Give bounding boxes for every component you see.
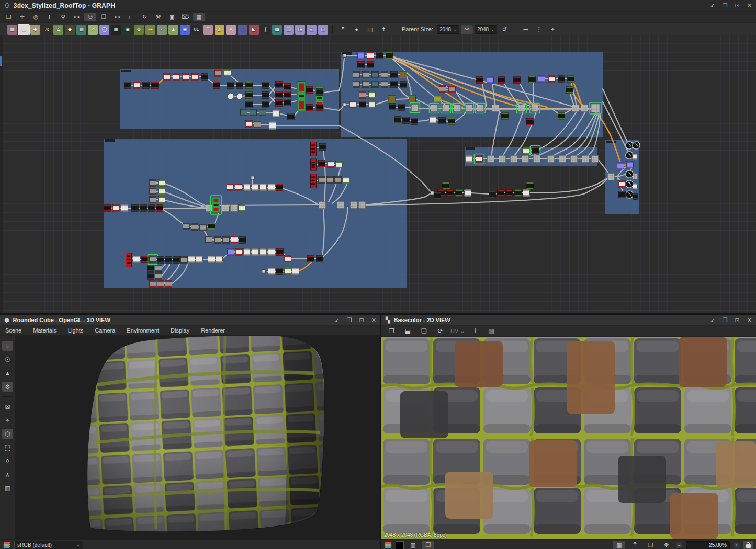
graph-node-k[interactable] [489,191,496,198]
palette-frame-corner-button[interactable]: ◱ [307,25,317,35]
graph-node-w[interactable] [260,184,267,191]
graph-node-rw[interactable] [113,205,120,212]
graph-node-p[interactable] [617,163,624,169]
environment-map-button[interactable]: ▲ [2,368,13,378]
graph-node-gr[interactable] [476,104,486,113]
graph-node-rw[interactable] [619,181,626,188]
graph-node-kr[interactable] [284,84,291,90]
graph-node-kr[interactable] [156,205,163,212]
graph-node-k[interactable] [391,72,398,78]
select-region-button[interactable]: ❏ [3,13,15,21]
view2d-viewport[interactable]: 2048 x 2048 (RGBA, 8bpc) [381,337,756,539]
graph-node-w[interactable] [633,184,638,189]
graph-node-t[interactable] [372,81,379,88]
view2d-pin-icon[interactable]: ➶ [710,317,715,324]
graph-node-o[interactable] [626,191,633,198]
graph-node-n[interactable] [200,224,207,231]
graph-node-kr[interactable] [531,146,540,156]
palette-shape-circle-button[interactable]: ◯ [99,25,109,35]
graph-node-kg[interactable] [208,223,215,230]
fit-view-button[interactable]: ❑ [645,541,657,549]
palette-material-blend-button[interactable]: ◐ [157,25,167,35]
graph-node-k[interactable] [228,82,234,89]
graph-maximize-icon[interactable]: ⊡ [735,2,740,9]
graph-node-gw[interactable] [159,180,165,187]
zoom-level-field[interactable]: 25.00% [686,541,730,549]
pan-view-button[interactable]: ✛ [16,13,28,21]
graph-node-w[interactable] [523,190,530,197]
graph-node-k[interactable] [173,257,180,264]
tools-button[interactable]: ⚒ [152,13,164,21]
grid-snap-button[interactable]: ▦ [193,13,205,21]
graph-node-kg[interactable] [456,190,462,197]
graph-node-gr[interactable] [633,174,638,179]
graph-node-o[interactable] [626,152,633,159]
palette-tile-generator-button[interactable]: ▦ [111,25,121,35]
graph-node-n[interactable] [191,224,198,231]
graph-node-k[interactable] [276,268,283,275]
graph-node-gr[interactable] [351,202,357,209]
graph-node-k[interactable] [389,104,396,110]
graph-node-wc[interactable] [228,93,234,99]
graph-node-gr[interactable] [608,174,615,180]
snapshot-button[interactable]: ◎ [30,13,42,21]
graph-node-w[interactable] [196,256,203,263]
graph-node-rw[interactable] [183,74,189,81]
graph-node-kr[interactable] [276,184,283,191]
palette-dark-drop-button[interactable]: ◆ [65,25,75,35]
display-settings-button[interactable]: ⚙ [2,382,13,392]
graph-node-n[interactable] [381,81,388,88]
palette-frame-inner-button[interactable]: ❑ [284,25,294,35]
graph-node-n[interactable] [150,180,156,187]
graph-node-kg[interactable] [246,92,253,99]
graph-node-k[interactable] [143,82,150,89]
graph-node-gr[interactable] [590,102,601,114]
graph-node-rw[interactable] [227,184,234,191]
graph-node-br[interactable] [400,72,407,78]
graph-node-rw[interactable] [236,249,243,256]
graph-node-in[interactable] [262,270,265,273]
graph-node-in[interactable] [251,176,254,179]
graph-node-rw[interactable] [134,82,141,89]
node-graph[interactable] [0,35,756,313]
graph-node-k[interactable] [263,92,269,99]
palette-channel-shuffle-button[interactable]: ⤨ [42,25,52,35]
graph-node-o[interactable] [633,142,640,149]
graph-node-k[interactable] [125,82,131,89]
palette-chain-link-button[interactable]: ⊶ [145,25,155,35]
graph-node-kr[interactable] [142,256,149,263]
camera-button[interactable]: ⌻ [2,341,13,351]
graph-node-k[interactable] [317,256,323,262]
link-size-button[interactable]: ⚯ [461,25,473,34]
graph-node-n[interactable] [335,177,342,184]
image-mode-button[interactable]: ❐ [386,327,398,336]
graph-node-n[interactable] [363,81,369,88]
graph-node-rw[interactable] [164,74,171,81]
graph-node-n[interactable] [327,177,334,184]
graph-node-gr[interactable] [359,202,366,209]
graph-node-k[interactable] [633,194,638,200]
graph-node-kr[interactable] [367,62,374,68]
menu-environment[interactable]: Environment [127,327,159,334]
graph-node-k[interactable] [400,82,407,88]
graph-node-w[interactable] [268,268,275,275]
graph-node-in[interactable] [343,103,346,106]
graph-node-k[interactable] [317,89,323,96]
menu-materials[interactable]: Materials [33,327,57,334]
link-mode-button[interactable]: ⊶ [71,13,83,21]
channels-gray-button[interactable]: ▥ [407,541,419,549]
graph-node-kr[interactable] [498,190,504,197]
graph-node-in[interactable] [431,191,434,195]
pan-tool-button[interactable]: ✥ [660,541,672,549]
graph-node-kr[interactable] [477,77,483,84]
graph-node-k[interactable] [377,52,383,59]
graph-node-k[interactable] [246,101,253,108]
dot-node-button[interactable]: -●- [351,25,363,34]
graph-node-w[interactable] [633,154,637,160]
graph-node-gr[interactable] [534,156,540,163]
graph-node-w[interactable] [466,156,473,163]
graph-node-gr[interactable] [581,105,588,112]
palette-noise-01-button[interactable]: 01 [191,25,201,35]
graph-node-R[interactable] [311,174,317,188]
graph-node-k[interactable] [165,257,172,264]
